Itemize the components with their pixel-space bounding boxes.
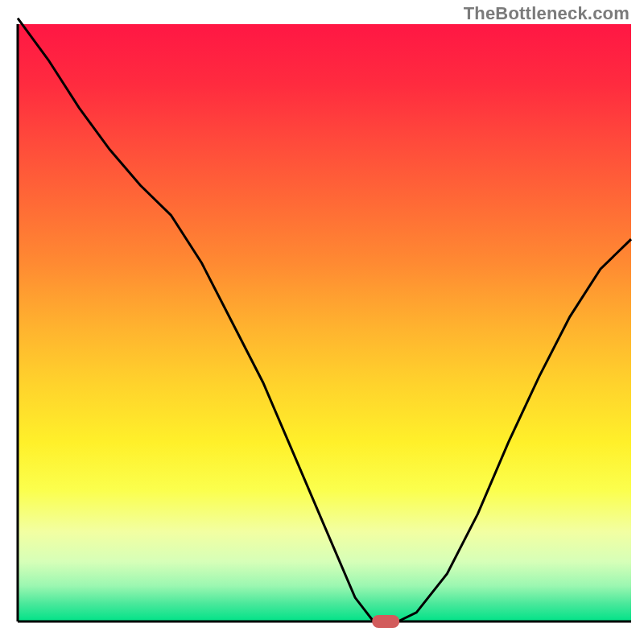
watermark-text: TheBottleneck.com <box>464 3 630 24</box>
bottleneck-chart <box>0 0 644 644</box>
optimum-marker <box>372 615 399 628</box>
chart-container: TheBottleneck.com <box>0 0 644 644</box>
plot-background <box>18 24 631 621</box>
